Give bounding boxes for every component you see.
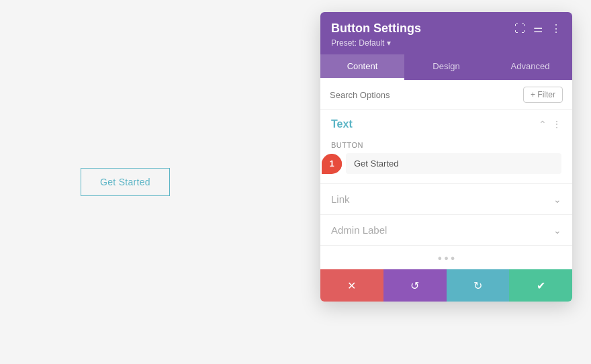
- collapse-icon[interactable]: ⌃: [539, 119, 547, 130]
- link-chevron-icon: ⌄: [553, 194, 561, 205]
- panel-preset[interactable]: Preset: Default ▾: [331, 38, 561, 48]
- preview-button: Get Started: [81, 168, 170, 196]
- panel-footer: ✕ ↺ ↻ ✔: [320, 269, 572, 302]
- admin-label-chevron-icon: ⌄: [553, 225, 561, 236]
- redo-button[interactable]: ↻: [447, 269, 510, 302]
- text-section: Text ⌃ ⋮ Button 1: [320, 110, 572, 184]
- button-field-label: Button: [331, 141, 561, 149]
- save-button[interactable]: ✔: [509, 269, 572, 302]
- panel-body: Text ⌃ ⋮ Button 1: [320, 110, 572, 269]
- tab-advanced[interactable]: Advanced: [488, 54, 572, 80]
- search-input[interactable]: [330, 90, 523, 100]
- panel-header-icons: ⛶ ⚌ ⋮: [514, 22, 561, 35]
- settings-panel: Button Settings ⛶ ⚌ ⋮ Preset: Default ▾ …: [320, 12, 572, 302]
- button-field-group: Button 1: [320, 138, 572, 183]
- columns-icon[interactable]: ⚌: [533, 22, 543, 35]
- annotation-badge-1: 1: [322, 154, 342, 174]
- admin-label-section[interactable]: Admin Label ⌄: [320, 215, 572, 246]
- section-icons: ⌃ ⋮: [539, 119, 561, 130]
- badge-number: 1: [329, 158, 334, 169]
- panel-header: Button Settings ⛶ ⚌ ⋮ Preset: Default ▾: [320, 12, 572, 54]
- undo-button[interactable]: ↺: [383, 269, 447, 302]
- button-text-input[interactable]: [346, 153, 561, 174]
- admin-label-section-label: Admin Label: [331, 224, 387, 236]
- panel-title: Button Settings: [331, 21, 421, 36]
- button-field-wrapper: 1: [331, 153, 561, 174]
- text-section-title: Text: [331, 118, 353, 130]
- panel-tabs: Content Design Advanced: [320, 54, 572, 80]
- text-section-header: Text ⌃ ⋮: [320, 110, 572, 138]
- cancel-button[interactable]: ✕: [320, 269, 383, 302]
- tab-content[interactable]: Content: [320, 54, 404, 80]
- tab-design[interactable]: Design: [404, 54, 488, 80]
- badge-shape: 1: [322, 154, 342, 174]
- panel-header-top: Button Settings ⛶ ⚌ ⋮: [331, 21, 561, 36]
- link-section-label: Link: [331, 193, 350, 205]
- section-more-icon[interactable]: ⋮: [552, 119, 561, 130]
- expand-icon[interactable]: ⛶: [514, 23, 525, 35]
- more-icon[interactable]: ⋮: [551, 22, 561, 35]
- filter-button[interactable]: + Filter: [523, 87, 563, 103]
- link-section[interactable]: Link ⌄: [320, 184, 572, 215]
- search-bar: + Filter: [320, 80, 572, 110]
- bottom-hint: ● ● ●: [320, 246, 572, 269]
